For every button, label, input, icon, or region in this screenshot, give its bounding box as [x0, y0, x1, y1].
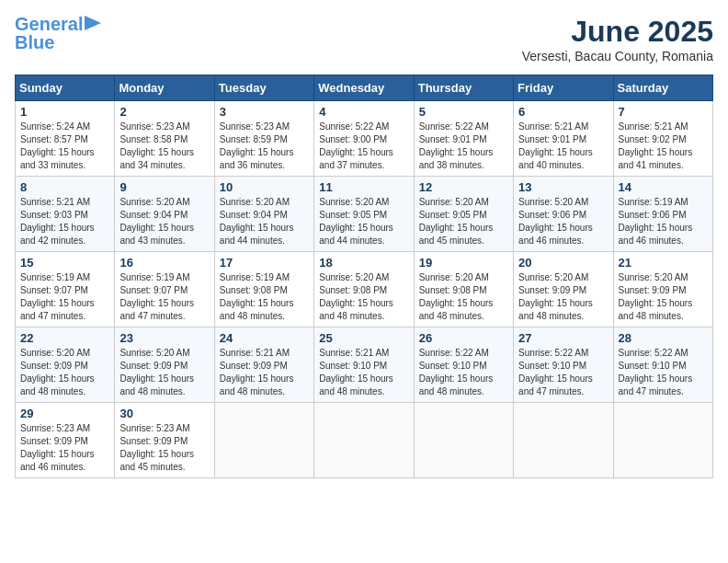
calendar-cell [314, 403, 414, 478]
calendar-cell-day-13: 13Sunrise: 5:20 AM Sunset: 9:06 PM Dayli… [514, 177, 613, 252]
day-info: Sunrise: 5:23 AM Sunset: 9:09 PM Dayligh… [20, 422, 109, 474]
day-number: 15 [20, 256, 109, 270]
calendar-cell-day-23: 23Sunrise: 5:20 AM Sunset: 9:09 PM Dayli… [115, 327, 214, 403]
calendar-cell-day-15: 15Sunrise: 5:19 AM Sunset: 9:07 PM Dayli… [16, 252, 115, 327]
day-info: Sunrise: 5:19 AM Sunset: 9:07 PM Dayligh… [20, 271, 109, 323]
calendar-week-row: 8Sunrise: 5:21 AM Sunset: 9:03 PM Daylig… [16, 177, 713, 252]
day-info: Sunrise: 5:20 AM Sunset: 9:08 PM Dayligh… [419, 271, 508, 323]
location-subtitle: Versesti, Bacau County, Romania [522, 49, 713, 63]
day-info: Sunrise: 5:21 AM Sunset: 9:10 PM Dayligh… [319, 347, 408, 398]
day-info: Sunrise: 5:22 AM Sunset: 9:10 PM Dayligh… [419, 347, 508, 398]
header: General Blue June 2025 Versesti, Bacau C… [15, 15, 713, 63]
day-number: 25 [319, 331, 408, 345]
calendar-cell-day-20: 20Sunrise: 5:20 AM Sunset: 9:09 PM Dayli… [514, 252, 613, 327]
day-info: Sunrise: 5:20 AM Sunset: 9:09 PM Dayligh… [518, 271, 608, 323]
calendar-cell-day-6: 6Sunrise: 5:21 AM Sunset: 9:01 PM Daylig… [514, 101, 613, 177]
weekday-header-thursday: Thursday [414, 75, 513, 101]
calendar-cell-day-10: 10Sunrise: 5:20 AM Sunset: 9:04 PM Dayli… [214, 177, 313, 252]
calendar-cell-day-30: 30Sunrise: 5:23 AM Sunset: 9:09 PM Dayli… [115, 403, 214, 478]
day-number: 28 [619, 331, 708, 345]
day-info: Sunrise: 5:21 AM Sunset: 9:01 PM Dayligh… [518, 121, 608, 172]
day-number: 8 [20, 180, 109, 194]
svg-marker-0 [85, 16, 101, 30]
day-number: 7 [619, 105, 708, 119]
calendar-cell [514, 403, 613, 478]
day-info: Sunrise: 5:20 AM Sunset: 9:09 PM Dayligh… [619, 271, 708, 323]
day-info: Sunrise: 5:23 AM Sunset: 8:58 PM Dayligh… [119, 121, 209, 172]
calendar-cell-day-4: 4Sunrise: 5:22 AM Sunset: 9:00 PM Daylig… [314, 101, 414, 177]
calendar-cell-day-9: 9Sunrise: 5:20 AM Sunset: 9:04 PM Daylig… [115, 177, 214, 252]
day-number: 10 [220, 180, 309, 194]
day-number: 19 [419, 256, 508, 270]
day-number: 18 [319, 256, 408, 270]
day-info: Sunrise: 5:21 AM Sunset: 9:02 PM Dayligh… [619, 121, 708, 172]
calendar-cell-day-5: 5Sunrise: 5:22 AM Sunset: 9:01 PM Daylig… [414, 101, 513, 177]
day-number: 11 [319, 180, 408, 194]
weekday-header-friday: Friday [514, 75, 613, 101]
day-number: 22 [20, 331, 109, 345]
day-number: 6 [518, 105, 608, 119]
calendar-cell-day-21: 21Sunrise: 5:20 AM Sunset: 9:09 PM Dayli… [613, 252, 712, 327]
calendar-cell-day-12: 12Sunrise: 5:20 AM Sunset: 9:05 PM Dayli… [414, 177, 513, 252]
day-info: Sunrise: 5:21 AM Sunset: 9:09 PM Dayligh… [220, 347, 309, 398]
day-info: Sunrise: 5:24 AM Sunset: 8:57 PM Dayligh… [20, 121, 109, 172]
day-info: Sunrise: 5:20 AM Sunset: 9:04 PM Dayligh… [220, 196, 309, 247]
day-number: 9 [119, 180, 209, 194]
day-number: 1 [20, 105, 109, 119]
month-title: June 2025 [522, 15, 713, 49]
calendar-week-row: 22Sunrise: 5:20 AM Sunset: 9:09 PM Dayli… [16, 327, 713, 403]
weekday-header-sunday: Sunday [16, 75, 115, 101]
day-info: Sunrise: 5:21 AM Sunset: 9:03 PM Dayligh… [20, 196, 109, 247]
day-number: 20 [518, 256, 608, 270]
title-area: June 2025 Versesti, Bacau County, Romani… [522, 15, 713, 63]
calendar-week-row: 15Sunrise: 5:19 AM Sunset: 9:07 PM Dayli… [16, 252, 713, 327]
day-info: Sunrise: 5:20 AM Sunset: 9:09 PM Dayligh… [20, 347, 109, 398]
logo-text2: Blue [15, 33, 54, 52]
logo-text: General [15, 15, 83, 33]
day-number: 23 [119, 331, 209, 345]
day-info: Sunrise: 5:22 AM Sunset: 9:10 PM Dayligh… [619, 347, 708, 398]
calendar-cell-day-3: 3Sunrise: 5:23 AM Sunset: 8:59 PM Daylig… [214, 101, 313, 177]
day-number: 12 [419, 180, 508, 194]
day-number: 17 [220, 256, 309, 270]
weekday-header-tuesday: Tuesday [214, 75, 313, 101]
calendar-cell-day-27: 27Sunrise: 5:22 AM Sunset: 9:10 PM Dayli… [514, 327, 613, 403]
calendar-cell-day-2: 2Sunrise: 5:23 AM Sunset: 8:58 PM Daylig… [115, 101, 214, 177]
calendar-cell-day-8: 8Sunrise: 5:21 AM Sunset: 9:03 PM Daylig… [16, 177, 115, 252]
day-info: Sunrise: 5:19 AM Sunset: 9:07 PM Dayligh… [119, 271, 209, 323]
day-info: Sunrise: 5:23 AM Sunset: 8:59 PM Dayligh… [220, 121, 309, 172]
day-info: Sunrise: 5:22 AM Sunset: 9:01 PM Dayligh… [419, 121, 508, 172]
calendar-cell-day-11: 11Sunrise: 5:20 AM Sunset: 9:05 PM Dayli… [314, 177, 414, 252]
logo-arrow-icon [85, 16, 101, 30]
calendar-cell-day-1: 1Sunrise: 5:24 AM Sunset: 8:57 PM Daylig… [16, 101, 115, 177]
calendar-cell-day-17: 17Sunrise: 5:19 AM Sunset: 9:08 PM Dayli… [214, 252, 313, 327]
calendar-cell-day-28: 28Sunrise: 5:22 AM Sunset: 9:10 PM Dayli… [613, 327, 712, 403]
day-number: 30 [119, 407, 209, 420]
day-info: Sunrise: 5:22 AM Sunset: 9:10 PM Dayligh… [518, 347, 608, 398]
weekday-header-monday: Monday [115, 75, 214, 101]
logo: General Blue [15, 15, 101, 52]
day-number: 5 [419, 105, 508, 119]
calendar-cell-day-24: 24Sunrise: 5:21 AM Sunset: 9:09 PM Dayli… [214, 327, 313, 403]
calendar-cell-day-14: 14Sunrise: 5:19 AM Sunset: 9:06 PM Dayli… [613, 177, 712, 252]
day-number: 14 [619, 180, 708, 194]
day-number: 4 [319, 105, 408, 119]
calendar-cell-day-19: 19Sunrise: 5:20 AM Sunset: 9:08 PM Dayli… [414, 252, 513, 327]
calendar-cell-day-25: 25Sunrise: 5:21 AM Sunset: 9:10 PM Dayli… [314, 327, 414, 403]
day-number: 26 [419, 331, 508, 345]
calendar-cell [613, 403, 712, 478]
day-info: Sunrise: 5:20 AM Sunset: 9:05 PM Dayligh… [319, 196, 408, 247]
weekday-header-saturday: Saturday [613, 75, 712, 101]
calendar-cell [414, 403, 513, 478]
weekday-header-wednesday: Wednesday [314, 75, 414, 101]
day-info: Sunrise: 5:20 AM Sunset: 9:04 PM Dayligh… [119, 196, 209, 247]
day-number: 16 [119, 256, 209, 270]
calendar-cell [214, 403, 313, 478]
day-info: Sunrise: 5:23 AM Sunset: 9:09 PM Dayligh… [119, 422, 209, 474]
calendar-cell-day-29: 29Sunrise: 5:23 AM Sunset: 9:09 PM Dayli… [16, 403, 115, 478]
calendar-week-row: 1Sunrise: 5:24 AM Sunset: 8:57 PM Daylig… [16, 101, 713, 177]
day-number: 2 [119, 105, 209, 119]
calendar-cell-day-18: 18Sunrise: 5:20 AM Sunset: 9:08 PM Dayli… [314, 252, 414, 327]
day-number: 29 [20, 407, 109, 420]
weekday-header-row: SundayMondayTuesdayWednesdayThursdayFrid… [16, 75, 713, 101]
